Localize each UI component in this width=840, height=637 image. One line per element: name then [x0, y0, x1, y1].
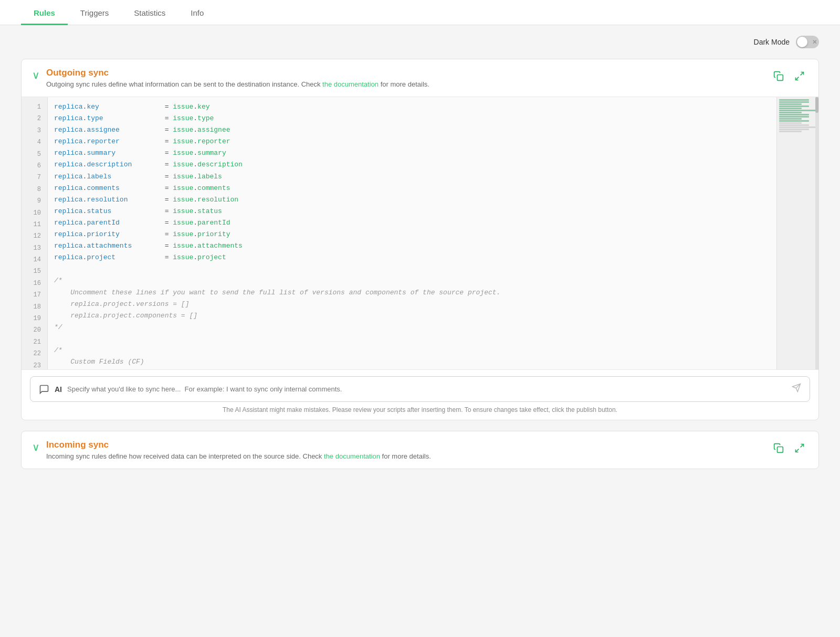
ai-label: AI — [55, 385, 62, 394]
line-num-7: 7 — [22, 172, 47, 183]
svg-rect-5 — [778, 447, 783, 453]
send-icon[interactable] — [792, 383, 801, 395]
dark-mode-toggle[interactable]: ✕ — [796, 36, 819, 48]
line-num-9: 9 — [22, 195, 47, 207]
code-line-4: replica.reporter = issue.reporter — [54, 136, 770, 147]
outgoing-sync-section: ∨ Outgoing sync Outgoing sync rules defi… — [21, 59, 819, 420]
code-line-7: replica.labels = issue.labels — [54, 171, 770, 183]
tab-statistics[interactable]: Statistics — [121, 0, 178, 25]
outgoing-sync-copy-button[interactable] — [770, 68, 787, 84]
incoming-sync-desc-text: Incoming sync rules define how received … — [46, 452, 324, 460]
code-line-13: replica.attachments = issue.attachments — [54, 240, 770, 252]
minimap-line — [779, 105, 809, 107]
outgoing-sync-header-right — [770, 68, 808, 84]
outgoing-sync-doc-link[interactable]: the documentation — [322, 80, 379, 88]
code-line-12: replica.priority = issue.priority — [54, 229, 770, 240]
outgoing-sync-desc: Outgoing sync rules define what informat… — [46, 80, 429, 88]
incoming-sync-header-right — [770, 440, 808, 456]
outgoing-sync-header-left: ∨ Outgoing sync Outgoing sync rules defi… — [32, 68, 429, 88]
minimap-line — [779, 126, 816, 128]
incoming-sync-doc-link[interactable]: the documentation — [324, 452, 380, 460]
code-line-8: replica.comments = issue.comments — [54, 183, 770, 194]
line-num-13: 13 — [22, 242, 47, 254]
line-num-14: 14 — [22, 254, 47, 266]
code-content[interactable]: replica.key = issue.key replica.type = i… — [48, 97, 776, 369]
minimap-line — [779, 116, 809, 118]
line-num-22: 22 — [22, 348, 47, 359]
svg-line-6 — [801, 444, 804, 448]
minimap-line — [779, 110, 816, 111]
ai-prompt-wrapper: AI The AI Assistant might make mistakes.… — [22, 369, 818, 420]
code-line-3: replica.assignee = issue.assignee — [54, 124, 770, 136]
tab-rules[interactable]: Rules — [21, 0, 68, 25]
minimap-line — [779, 131, 802, 132]
toggle-x-icon: ✕ — [812, 39, 817, 46]
outgoing-sync-expand-button[interactable] — [791, 68, 808, 84]
minimap-line — [779, 103, 802, 105]
scrollbar-thumb — [815, 97, 818, 113]
ai-prompt-box: AI — [30, 376, 810, 402]
line-num-20: 20 — [22, 324, 47, 336]
code-line-21 — [54, 333, 770, 345]
code-line-20: */ — [54, 322, 770, 333]
minimap — [776, 97, 818, 369]
outgoing-sync-title: Outgoing sync — [46, 68, 429, 78]
outgoing-sync-title-block: Outgoing sync Outgoing sync rules define… — [46, 68, 429, 88]
minimap-line — [779, 122, 802, 124]
line-num-10: 10 — [22, 207, 47, 219]
incoming-sync-desc-end: for more details. — [380, 452, 431, 460]
line-num-23: 23 — [22, 360, 47, 369]
incoming-sync-section: ∨ Incoming sync Incoming sync rules defi… — [21, 431, 819, 469]
line-num-12: 12 — [22, 230, 47, 242]
ai-input[interactable] — [67, 385, 786, 393]
code-line-23: Custom Fields (CF) — [54, 356, 770, 368]
outgoing-sync-desc-end: for more details. — [379, 80, 429, 88]
code-line-5: replica.summary = issue.summary — [54, 147, 770, 159]
line-num-19: 19 — [22, 313, 47, 324]
tab-info[interactable]: Info — [178, 0, 216, 25]
line-num-6: 6 — [22, 160, 47, 172]
incoming-sync-expand-button[interactable] — [791, 440, 808, 456]
scrollbar[interactable] — [815, 97, 818, 369]
line-num-18: 18 — [22, 301, 47, 313]
code-line-16: /* — [54, 275, 770, 286]
incoming-sync-desc: Incoming sync rules define how received … — [46, 452, 431, 460]
minimap-line — [779, 112, 802, 113]
code-line-1: replica.key = issue.key — [54, 101, 770, 113]
incoming-sync-title-block: Incoming sync Incoming sync rules define… — [46, 440, 431, 460]
svg-rect-0 — [778, 75, 783, 81]
svg-line-1 — [801, 72, 804, 76]
tab-triggers[interactable]: Triggers — [68, 0, 121, 25]
ai-disclaimer: The AI Assistant might make mistakes. Pl… — [30, 406, 810, 413]
line-num-8: 8 — [22, 184, 47, 195]
minimap-lines — [777, 97, 818, 135]
dark-mode-label: Dark Mode — [754, 38, 790, 46]
minimap-line — [779, 101, 809, 103]
line-num-11: 11 — [22, 219, 47, 230]
incoming-sync-header: ∨ Incoming sync Incoming sync rules defi… — [22, 431, 818, 469]
code-line-14: replica.project = issue.project — [54, 252, 770, 263]
outgoing-sync-collapse-icon[interactable]: ∨ — [32, 69, 40, 81]
incoming-sync-collapse-icon[interactable]: ∨ — [32, 441, 40, 453]
minimap-line — [779, 108, 802, 109]
code-line-2: replica.type = issue.type — [54, 113, 770, 124]
incoming-sync-copy-button[interactable] — [770, 440, 787, 456]
code-line-10: replica.status = issue.status — [54, 206, 770, 217]
code-line-11: replica.parentId = issue.parentId — [54, 217, 770, 229]
line-numbers: 1 2 3 4 5 6 7 8 9 10 11 12 13 14 15 16 1… — [22, 97, 48, 369]
incoming-sync-title: Incoming sync — [46, 440, 431, 450]
toggle-thumb — [797, 37, 807, 47]
outgoing-sync-header: ∨ Outgoing sync Outgoing sync rules defi… — [22, 59, 818, 97]
ai-chat-icon — [39, 384, 49, 395]
svg-line-7 — [796, 449, 799, 452]
toolbar: Dark Mode ✕ — [0, 25, 840, 54]
code-line-18: replica.project.versions = [] — [54, 299, 770, 310]
line-num-3: 3 — [22, 125, 47, 136]
minimap-line — [779, 120, 809, 122]
code-line-22: /* — [54, 345, 770, 356]
outgoing-sync-editor[interactable]: 1 2 3 4 5 6 7 8 9 10 11 12 13 14 15 16 1… — [22, 97, 818, 369]
code-line-24: How to send any field value from the sou… — [54, 368, 770, 369]
line-num-16: 16 — [22, 278, 47, 289]
line-num-1: 1 — [22, 101, 47, 113]
code-line-17: Uncomment these lines if you want to sen… — [54, 287, 770, 299]
